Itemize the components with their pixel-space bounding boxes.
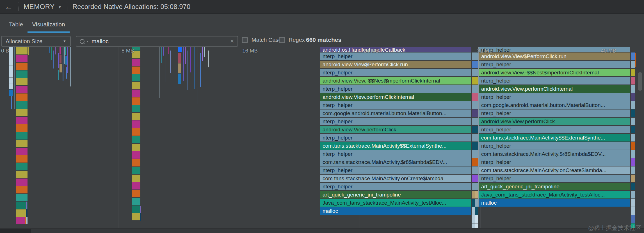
tab-visualization[interactable]: Visualization <box>28 15 70 33</box>
memory-session-dropdown[interactable]: MEMORY ▼ <box>24 3 62 11</box>
flame-cell[interactable] <box>472 191 475 198</box>
flame-bar[interactable] <box>16 47 28 54</box>
flame-bar[interactable]: nterp_helper <box>479 175 630 182</box>
flame-cell[interactable] <box>631 142 635 150</box>
flame-sliver[interactable] <box>198 47 198 67</box>
flame-bar[interactable] <box>9 59 13 65</box>
flame-bar[interactable] <box>132 113 140 120</box>
flame-cell[interactable] <box>472 158 478 166</box>
flame-bar[interactable]: nterp_helper <box>320 166 471 174</box>
flame-sliver[interactable] <box>185 47 186 64</box>
flame-bar[interactable]: android.view.View.-$$Nest$mperformClickI… <box>320 77 471 84</box>
flame-bar[interactable] <box>132 159 140 166</box>
flame-cell[interactable] <box>472 69 478 76</box>
flame-cell[interactable] <box>631 126 635 133</box>
flame-bar[interactable] <box>9 83 13 89</box>
flame-cell[interactable] <box>472 126 478 133</box>
flame-sliver[interactable] <box>64 47 65 64</box>
flame-cell[interactable] <box>631 166 635 174</box>
flame-bar[interactable] <box>132 82 140 89</box>
flame-sliver[interactable] <box>66 67 67 79</box>
flame-sliver[interactable] <box>178 53 181 63</box>
flame-bar[interactable] <box>9 47 13 53</box>
flame-sliver[interactable] <box>11 96 12 109</box>
flame-sliver[interactable] <box>166 48 166 82</box>
flame-sliver[interactable] <box>194 47 195 89</box>
flame-bar[interactable]: nterp_helper <box>320 85 471 93</box>
flame-sliver[interactable] <box>204 47 205 57</box>
flame-cell[interactable] <box>631 175 635 182</box>
flame-bar[interactable]: com.tans.stacktrace.MainActivity.$r8$lam… <box>479 150 630 158</box>
flame-bar[interactable]: android.os.Handler.handleCallback <box>320 47 471 52</box>
flame-sliver[interactable] <box>65 47 66 55</box>
flame-bar[interactable] <box>9 71 13 77</box>
flame-bar[interactable] <box>132 97 140 105</box>
flame-sliver[interactable] <box>67 47 68 73</box>
flame-sliver[interactable] <box>58 53 59 68</box>
flame-sliver[interactable] <box>157 47 157 60</box>
flame-sliver[interactable] <box>26 217 28 224</box>
flame-sliver[interactable] <box>159 47 159 98</box>
flame-sliver[interactable] <box>170 51 171 73</box>
flame-bar[interactable] <box>16 155 28 163</box>
flame-cell[interactable] <box>631 85 635 93</box>
flame-sliver[interactable] <box>14 47 15 109</box>
flame-sliver[interactable] <box>190 47 191 72</box>
flame-sliver[interactable] <box>60 47 61 54</box>
flame-bar[interactable] <box>132 213 140 220</box>
flame-sliver[interactable] <box>178 74 181 84</box>
flame-bar[interactable] <box>132 151 140 159</box>
back-arrow-icon[interactable]: ← <box>4 3 13 11</box>
flame-sliver[interactable] <box>57 47 57 78</box>
flame-bar[interactable]: com.tans.stacktrace.MainActivity.$r8$lam… <box>320 158 471 166</box>
flame-bar[interactable]: nterp_helper <box>479 158 630 166</box>
flame-bar[interactable] <box>132 136 140 143</box>
flame-sliver[interactable] <box>69 48 69 65</box>
flame-bar[interactable] <box>132 167 140 174</box>
flame-sliver[interactable] <box>60 55 61 63</box>
flame-cell[interactable] <box>472 199 475 207</box>
flame-sliver[interactable] <box>178 47 182 52</box>
flame-cell[interactable] <box>472 118 478 125</box>
flame-bar[interactable]: nterp_helper <box>320 101 471 109</box>
flame-sliver[interactable] <box>140 206 141 213</box>
flame-bar[interactable] <box>16 117 28 124</box>
flame-bar[interactable]: art_quick_generic_jni_trampoline <box>479 183 630 190</box>
flame-sliver[interactable] <box>163 47 164 56</box>
flame-cell[interactable] <box>631 93 635 101</box>
flame-sliver[interactable] <box>200 53 201 87</box>
flame-bar[interactable] <box>16 109 28 116</box>
flame-sliver[interactable] <box>53 51 54 68</box>
flame-bar[interactable]: nterp_helper <box>320 52 471 60</box>
flame-bar[interactable]: android.view.View$PerformClick.run <box>320 61 471 68</box>
flame-cell[interactable] <box>631 134 635 141</box>
flame-bar[interactable]: com.google.android.material.button.Mater… <box>479 101 630 109</box>
flame-bar[interactable] <box>16 186 28 193</box>
flame-cell[interactable] <box>475 207 478 215</box>
flame-sliver[interactable] <box>25 217 26 224</box>
flame-bar[interactable]: nterp_helper <box>479 109 630 117</box>
flame-sliver[interactable] <box>178 63 181 73</box>
flame-sliver[interactable] <box>48 47 48 57</box>
flame-sliver[interactable] <box>173 47 173 58</box>
flame-bar[interactable] <box>16 93 28 101</box>
search-input[interactable]: ▾ malloc ✕ <box>76 36 238 47</box>
flame-bar[interactable] <box>16 163 28 170</box>
flame-cell[interactable] <box>631 52 635 60</box>
flame-bar[interactable]: malloc <box>320 207 471 215</box>
flame-cell[interactable] <box>472 207 475 215</box>
flame-sliver[interactable] <box>168 47 169 54</box>
flame-bar[interactable] <box>16 124 28 132</box>
flame-bar[interactable]: nterp_helper <box>320 118 471 125</box>
horizontal-scrollbar-track[interactable] <box>0 228 644 233</box>
flame-cell[interactable] <box>475 199 478 207</box>
flame-cell[interactable] <box>475 215 478 223</box>
flame-bar[interactable]: nterp_helper <box>479 77 630 84</box>
flame-cell[interactable] <box>472 93 478 101</box>
flame-bar[interactable] <box>132 175 140 182</box>
vertical-scrollbar-thumb[interactable] <box>638 72 642 91</box>
flame-sliver[interactable] <box>58 70 59 80</box>
flame-sliver[interactable] <box>192 47 192 58</box>
flame-sliver[interactable] <box>202 47 203 61</box>
flame-cell[interactable] <box>472 215 475 223</box>
